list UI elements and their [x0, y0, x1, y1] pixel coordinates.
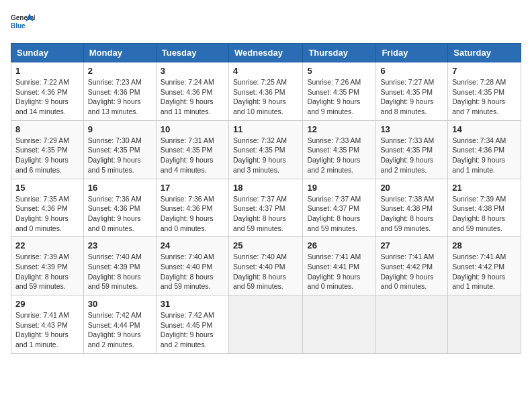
day-info: Sunrise: 7:42 AMSunset: 4:44 PMDaylight:… — [88, 311, 142, 349]
header: General Blue — [11, 11, 521, 35]
day-number: 29 — [15, 299, 79, 309]
day-cell: 27Sunrise: 7:41 AMSunset: 4:42 PMDayligh… — [376, 237, 448, 295]
day-cell: 21Sunrise: 7:39 AMSunset: 4:38 PMDayligh… — [448, 179, 521, 237]
column-header-thursday: Thursday — [303, 44, 376, 62]
day-number: 25 — [233, 240, 298, 250]
day-number: 12 — [307, 124, 371, 134]
day-info: Sunrise: 7:41 AMSunset: 4:41 PMDaylight:… — [307, 253, 361, 290]
day-number: 11 — [233, 124, 298, 134]
day-cell: 12Sunrise: 7:33 AMSunset: 4:35 PMDayligh… — [303, 120, 376, 179]
day-info: Sunrise: 7:23 AMSunset: 4:36 PMDaylight:… — [88, 78, 142, 116]
day-cell: 9Sunrise: 7:30 AMSunset: 4:35 PMDaylight… — [83, 120, 156, 179]
day-info: Sunrise: 7:41 AMSunset: 4:42 PMDaylight:… — [452, 253, 506, 290]
day-cell: 8Sunrise: 7:29 AMSunset: 4:35 PMDaylight… — [11, 120, 84, 179]
column-header-wednesday: Wednesday — [228, 44, 302, 62]
day-cell: 22Sunrise: 7:39 AMSunset: 4:39 PMDayligh… — [11, 237, 84, 295]
day-number: 16 — [88, 183, 152, 193]
day-info: Sunrise: 7:28 AMSunset: 4:35 PMDaylight:… — [452, 78, 506, 116]
day-cell: 29Sunrise: 7:41 AMSunset: 4:43 PMDayligh… — [11, 295, 84, 354]
day-info: Sunrise: 7:41 AMSunset: 4:42 PMDaylight:… — [380, 253, 434, 290]
day-info: Sunrise: 7:40 AMSunset: 4:40 PMDaylight:… — [233, 253, 287, 290]
day-cell — [376, 295, 448, 354]
day-cell — [228, 295, 302, 354]
day-info: Sunrise: 7:32 AMSunset: 4:35 PMDaylight:… — [233, 136, 287, 174]
day-cell: 1Sunrise: 7:22 AMSunset: 4:36 PMDaylight… — [11, 62, 84, 121]
column-header-saturday: Saturday — [448, 44, 521, 62]
day-number: 5 — [307, 66, 371, 76]
week-row-2: 8Sunrise: 7:29 AMSunset: 4:35 PMDaylight… — [11, 120, 521, 179]
day-cell: 15Sunrise: 7:35 AMSunset: 4:36 PMDayligh… — [11, 179, 84, 237]
day-cell: 16Sunrise: 7:36 AMSunset: 4:36 PMDayligh… — [83, 179, 156, 237]
day-info: Sunrise: 7:22 AMSunset: 4:36 PMDaylight:… — [15, 78, 69, 116]
day-number: 24 — [161, 240, 224, 250]
day-number: 9 — [88, 124, 152, 134]
day-info: Sunrise: 7:29 AMSunset: 4:35 PMDaylight:… — [15, 136, 69, 174]
day-number: 1 — [15, 66, 79, 76]
day-number: 19 — [307, 183, 371, 193]
day-number: 7 — [452, 66, 517, 76]
day-info: Sunrise: 7:31 AMSunset: 4:35 PMDaylight:… — [161, 136, 214, 174]
day-cell: 23Sunrise: 7:40 AMSunset: 4:39 PMDayligh… — [83, 237, 156, 295]
day-number: 2 — [88, 66, 152, 76]
day-cell: 19Sunrise: 7:37 AMSunset: 4:37 PMDayligh… — [303, 179, 376, 237]
day-info: Sunrise: 7:27 AMSunset: 4:35 PMDaylight:… — [380, 78, 434, 116]
day-info: Sunrise: 7:38 AMSunset: 4:38 PMDaylight:… — [380, 195, 434, 232]
day-number: 28 — [452, 240, 517, 250]
day-cell: 17Sunrise: 7:36 AMSunset: 4:36 PMDayligh… — [156, 179, 228, 237]
day-number: 27 — [380, 240, 443, 250]
day-info: Sunrise: 7:34 AMSunset: 4:36 PMDaylight:… — [452, 136, 506, 174]
day-cell: 4Sunrise: 7:25 AMSunset: 4:36 PMDaylight… — [228, 62, 302, 121]
day-cell: 30Sunrise: 7:42 AMSunset: 4:44 PMDayligh… — [83, 295, 156, 354]
day-cell: 3Sunrise: 7:24 AMSunset: 4:36 PMDaylight… — [156, 62, 228, 121]
week-row-1: 1Sunrise: 7:22 AMSunset: 4:36 PMDaylight… — [11, 62, 521, 121]
day-cell: 7Sunrise: 7:28 AMSunset: 4:35 PMDaylight… — [448, 62, 521, 121]
day-number: 23 — [88, 240, 152, 250]
day-info: Sunrise: 7:36 AMSunset: 4:36 PMDaylight:… — [88, 195, 142, 232]
day-number: 18 — [233, 183, 298, 193]
day-number: 21 — [452, 183, 517, 193]
day-cell: 26Sunrise: 7:41 AMSunset: 4:41 PMDayligh… — [303, 237, 376, 295]
day-info: Sunrise: 7:37 AMSunset: 4:37 PMDaylight:… — [233, 195, 287, 232]
day-number: 13 — [380, 124, 443, 134]
day-number: 8 — [15, 124, 79, 134]
day-number: 30 — [88, 299, 152, 309]
day-info: Sunrise: 7:40 AMSunset: 4:40 PMDaylight:… — [161, 253, 214, 290]
week-row-3: 15Sunrise: 7:35 AMSunset: 4:36 PMDayligh… — [11, 179, 521, 237]
day-cell: 11Sunrise: 7:32 AMSunset: 4:35 PMDayligh… — [228, 120, 302, 179]
day-info: Sunrise: 7:35 AMSunset: 4:36 PMDaylight:… — [15, 195, 69, 232]
day-number: 6 — [380, 66, 443, 76]
day-cell: 28Sunrise: 7:41 AMSunset: 4:42 PMDayligh… — [448, 237, 521, 295]
column-header-monday: Monday — [83, 44, 156, 62]
week-row-4: 22Sunrise: 7:39 AMSunset: 4:39 PMDayligh… — [11, 237, 521, 295]
day-info: Sunrise: 7:24 AMSunset: 4:36 PMDaylight:… — [161, 78, 214, 116]
day-info: Sunrise: 7:37 AMSunset: 4:37 PMDaylight:… — [307, 195, 361, 232]
day-number: 10 — [161, 124, 224, 134]
day-info: Sunrise: 7:25 AMSunset: 4:36 PMDaylight:… — [233, 78, 287, 116]
day-info: Sunrise: 7:39 AMSunset: 4:38 PMDaylight:… — [452, 195, 506, 232]
day-number: 31 — [161, 299, 224, 309]
svg-text:Blue: Blue — [11, 22, 26, 30]
column-headers: SundayMondayTuesdayWednesdayThursdayFrid… — [11, 44, 521, 62]
day-cell: 31Sunrise: 7:42 AMSunset: 4:45 PMDayligh… — [156, 295, 228, 354]
day-info: Sunrise: 7:41 AMSunset: 4:43 PMDaylight:… — [15, 311, 69, 349]
column-header-sunday: Sunday — [11, 44, 84, 62]
day-cell: 14Sunrise: 7:34 AMSunset: 4:36 PMDayligh… — [448, 120, 521, 179]
day-number: 20 — [380, 183, 443, 193]
day-info: Sunrise: 7:40 AMSunset: 4:39 PMDaylight:… — [88, 253, 142, 290]
day-number: 26 — [307, 240, 371, 250]
column-header-tuesday: Tuesday — [156, 44, 228, 62]
week-row-5: 29Sunrise: 7:41 AMSunset: 4:43 PMDayligh… — [11, 295, 521, 354]
day-info: Sunrise: 7:42 AMSunset: 4:45 PMDaylight:… — [161, 311, 214, 349]
day-number: 4 — [233, 66, 298, 76]
day-cell: 2Sunrise: 7:23 AMSunset: 4:36 PMDaylight… — [83, 62, 156, 121]
day-info: Sunrise: 7:36 AMSunset: 4:36 PMDaylight:… — [161, 195, 214, 232]
day-cell: 20Sunrise: 7:38 AMSunset: 4:38 PMDayligh… — [376, 179, 448, 237]
day-number: 3 — [161, 66, 224, 76]
day-info: Sunrise: 7:33 AMSunset: 4:35 PMDaylight:… — [307, 136, 361, 174]
day-cell: 18Sunrise: 7:37 AMSunset: 4:37 PMDayligh… — [228, 179, 302, 237]
day-number: 15 — [15, 183, 79, 193]
day-info: Sunrise: 7:30 AMSunset: 4:35 PMDaylight:… — [88, 136, 142, 174]
day-cell: 6Sunrise: 7:27 AMSunset: 4:35 PMDaylight… — [376, 62, 448, 121]
day-info: Sunrise: 7:26 AMSunset: 4:35 PMDaylight:… — [307, 78, 361, 116]
day-cell: 24Sunrise: 7:40 AMSunset: 4:40 PMDayligh… — [156, 237, 228, 295]
